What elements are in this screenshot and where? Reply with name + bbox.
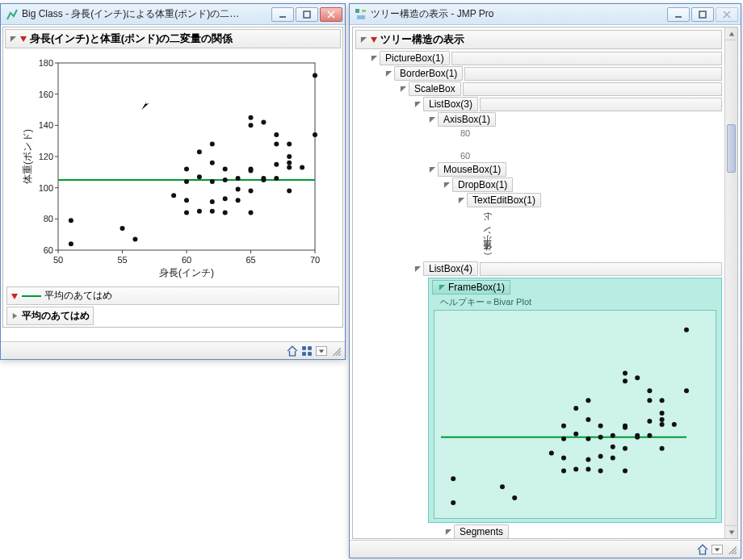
svg-text:55: 55	[117, 255, 127, 265]
svg-point-67	[287, 154, 292, 159]
node-framebox-selected[interactable]: FrameBox(1) ヘルプキー＝Bivar Plot	[428, 278, 722, 523]
disclose-icon[interactable]	[443, 181, 451, 189]
svg-point-140	[660, 417, 665, 422]
node-scalebox[interactable]: ScaleBox	[409, 81, 461, 96]
status-dropdown[interactable]	[712, 545, 723, 554]
scroll-thumb[interactable]	[727, 124, 736, 173]
svg-marker-149	[728, 530, 733, 534]
node-listbox3[interactable]: ListBox(3)	[423, 97, 478, 111]
scatter-chart[interactable]: 60801001201401601805055606570身長(インチ)体重(ポ…	[19, 55, 326, 281]
disclose-icon[interactable]	[359, 36, 367, 44]
svg-point-102	[451, 477, 455, 482]
svg-point-126	[623, 371, 628, 376]
minimize-button[interactable]	[667, 7, 690, 22]
disclose-icon[interactable]	[413, 100, 422, 108]
svg-point-114	[586, 398, 590, 403]
resize-grip-icon[interactable]	[330, 345, 342, 357]
scroll-down-icon[interactable]	[725, 525, 737, 538]
legend-row[interactable]: 平均のあてはめ	[6, 286, 339, 305]
svg-marker-148	[728, 31, 733, 36]
hotspot-icon[interactable]	[370, 36, 378, 44]
node-borderbox[interactable]: BorderBox(1)	[394, 66, 463, 81]
axis-tick: 60	[460, 151, 722, 161]
svg-point-115	[586, 417, 590, 422]
disclose-icon[interactable]	[384, 69, 392, 77]
svg-point-53	[236, 198, 241, 203]
svg-marker-90	[371, 37, 377, 43]
home-icon[interactable]	[287, 345, 298, 357]
chart-area[interactable]: 60801001201401601805055606570身長(インチ)体重(ポ…	[5, 48, 341, 284]
svg-point-130	[623, 469, 628, 474]
close-button[interactable]	[320, 7, 342, 22]
svg-marker-97	[443, 182, 449, 187]
resize-grip-icon[interactable]	[726, 544, 737, 555]
svg-point-122	[598, 424, 603, 428]
disclose-icon[interactable]	[413, 265, 422, 273]
svg-point-51	[236, 176, 241, 181]
legend-line-sample	[22, 295, 41, 297]
svg-rect-86	[357, 15, 365, 19]
titlebar-left[interactable]: Big Class - 身長(インチ)による体重(ポンド)の二…	[1, 4, 345, 25]
home-icon[interactable]	[697, 544, 708, 555]
node-listbox4[interactable]: ListBox(4)	[423, 261, 478, 276]
app-icon	[6, 8, 19, 21]
bivariate-window: Big Class - 身長(インチ)による体重(ポンド)の二… 身長(インチ)…	[0, 3, 346, 360]
scroll-up-icon[interactable]	[725, 27, 737, 40]
svg-point-138	[647, 433, 652, 438]
helpkey-text: ヘルプキー＝Bivar Plot	[440, 296, 718, 308]
svg-rect-84	[355, 9, 359, 13]
svg-point-39	[197, 174, 202, 179]
fit-disclose-icon[interactable]	[10, 312, 19, 320]
tree-root-header[interactable]: ツリー構造の表示	[355, 30, 722, 49]
svg-rect-1	[304, 11, 310, 18]
hotspot-icon[interactable]	[19, 35, 27, 43]
node-axisbox[interactable]: AxisBox(1)	[438, 112, 496, 127]
status-dropdown[interactable]	[316, 346, 327, 356]
svg-point-68	[287, 161, 292, 165]
minimize-button[interactable]	[271, 7, 294, 22]
disclose-icon[interactable]	[428, 165, 436, 173]
node-picturebox[interactable]: PictureBox(1)	[380, 51, 450, 65]
svg-point-145	[684, 328, 689, 332]
tree-view[interactable]: ツリー構造の表示 PictureBox(1) BorderBox(1)	[353, 27, 724, 538]
node-framebox-label: FrameBox(1)	[448, 282, 505, 293]
vertical-scrollbar[interactable]	[724, 27, 737, 538]
svg-point-62	[261, 178, 266, 182]
disclose-icon[interactable]	[428, 115, 436, 123]
maximize-button[interactable]	[691, 7, 714, 22]
grid-icon[interactable]	[301, 345, 313, 357]
node-texteditbox[interactable]: TextEditBox(1)	[467, 193, 541, 207]
svg-text:体重(ポンド): 体重(ポンド)	[22, 129, 33, 184]
node-mousebox[interactable]: MouseBox(1)	[438, 162, 506, 177]
svg-point-38	[184, 166, 189, 171]
svg-point-107	[561, 469, 566, 474]
disclose-icon[interactable]	[438, 283, 446, 291]
fit-row[interactable]: 平均のあてはめ	[6, 307, 94, 325]
node-spacer	[480, 98, 722, 111]
svg-point-65	[274, 162, 279, 167]
svg-point-125	[611, 456, 615, 461]
maximize-button[interactable]	[296, 7, 318, 22]
svg-rect-4	[58, 63, 315, 250]
disclose-icon[interactable]	[399, 85, 407, 93]
section-header[interactable]: 身長(インチ)と体重(ポンド)の二変量の関係	[5, 29, 341, 48]
svg-point-58	[249, 211, 254, 215]
legend-hotspot-icon[interactable]	[10, 292, 19, 300]
svg-point-37	[184, 179, 189, 184]
legend-label: 平均のあてはめ	[44, 289, 112, 303]
svg-point-123	[611, 433, 615, 438]
framebox-preview[interactable]	[434, 310, 716, 519]
disclose-icon[interactable]	[370, 54, 378, 62]
titlebar-right[interactable]: ツリー構造の表示 - JMP Pro	[350, 4, 741, 25]
disclose-icon[interactable]	[9, 35, 17, 43]
svg-point-103	[451, 500, 455, 505]
disclose-icon[interactable]	[457, 196, 465, 204]
node-segments[interactable]: Segments	[454, 524, 509, 538]
svg-point-132	[635, 376, 640, 381]
axis-preview: 80 60	[443, 128, 722, 161]
close-button[interactable]	[716, 7, 738, 22]
svg-marker-95	[429, 116, 434, 122]
svg-point-63	[274, 132, 279, 137]
disclose-icon[interactable]	[444, 528, 452, 536]
node-dropbox[interactable]: DropBox(1)	[452, 178, 513, 192]
